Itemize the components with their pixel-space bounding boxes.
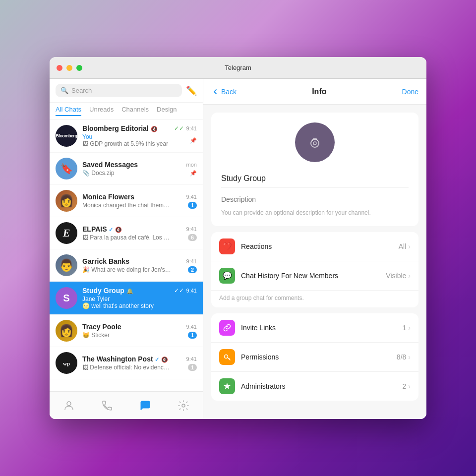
settings-item-administrators[interactable]: Administrators 2 ›	[211, 372, 418, 401]
group-avatar[interactable]	[295, 122, 335, 162]
administrators-icon	[219, 378, 235, 394]
read-check-bloomberg: ✓✓	[174, 125, 184, 132]
chat-sub-study: Jane Tyler	[82, 296, 154, 302]
chat-name-bloomberg: Bloomberg Editorial 🔇	[82, 124, 158, 132]
wapo-logo: wp	[59, 355, 74, 371]
chat-history-label: Chat History For New Members	[241, 272, 386, 280]
invite-links-value: 1	[403, 324, 407, 332]
back-chevron-icon	[211, 88, 219, 96]
search-input-wrap[interactable]: 🔍 Search	[56, 84, 182, 97]
chat-history-chevron-icon: ›	[408, 272, 411, 280]
chat-name-elpais: ELPAIS ✓ 🔇	[82, 225, 122, 233]
right-panel: Back Info Done	[203, 79, 426, 419]
compose-button[interactable]: ✏️	[186, 85, 197, 96]
settings-icon	[178, 400, 189, 412]
avatar-wapo: wp	[56, 352, 77, 374]
face-icon-garrick: 👨	[59, 258, 74, 272]
chat-list: Bloomberg Bloomberg Editorial 🔇 ✓✓ 9:41	[50, 119, 203, 391]
back-button[interactable]: Back	[211, 88, 237, 96]
search-input[interactable]: Search	[71, 87, 92, 94]
back-label: Back	[221, 88, 237, 96]
settings-item-permissions[interactable]: Permissions 8/8 ›	[211, 343, 418, 372]
permissions-label: Permissions	[241, 353, 397, 361]
chat-time-elpais: 9:41	[186, 226, 197, 232]
chat-time-garrick: 9:41	[186, 258, 197, 264]
permissions-chevron-icon: ›	[408, 353, 411, 361]
close-button[interactable]	[57, 65, 62, 71]
right-header: Back Info Done	[203, 79, 426, 105]
badge-elpais: 6	[188, 234, 197, 241]
chat-history-value: Visible	[386, 272, 406, 280]
profile-icon	[63, 400, 75, 412]
chat-info-wapo: The Washington Post ✓ 🔇 9:41 🖼 Defense o…	[82, 355, 197, 371]
chats-icon	[139, 400, 151, 412]
svg-point-5	[313, 142, 316, 145]
invite-links-label: Invite Links	[241, 324, 403, 332]
maximize-button[interactable]	[76, 65, 82, 71]
badge-monica: 1	[188, 202, 197, 209]
settings-item-chat-history[interactable]: 💬 Chat History For New Members Visible ›	[211, 261, 418, 291]
administrators-label: Administrators	[241, 382, 403, 390]
chat-info-saved: Saved Messages mon 📎 Docs.zip 📌	[82, 161, 197, 177]
svg-point-2	[67, 402, 71, 406]
tab-unreads[interactable]: Unreads	[89, 106, 114, 116]
chat-time-study: 9:41	[186, 288, 197, 294]
reactions-icon: ❤️	[219, 238, 235, 254]
nav-profile[interactable]	[63, 400, 75, 412]
avatar-monica: 👩	[56, 190, 77, 212]
chat-history-icon: 💬	[219, 268, 235, 284]
nav-chats[interactable]	[139, 400, 151, 412]
traffic-lights	[57, 65, 82, 71]
chat-item-garrick[interactable]: 👨 Garrick Banks 9:41 🎉 What are we doing…	[50, 249, 203, 282]
settings-item-reactions[interactable]: ❤️ Reactions All ›	[211, 232, 418, 261]
tab-design[interactable]: Design	[157, 106, 177, 116]
tab-channels[interactable]: Channels	[121, 106, 149, 116]
settings-section-manage: Invite Links 1 › Permissions	[211, 313, 418, 401]
star-icon	[223, 382, 232, 391]
chat-item-tracy[interactable]: 👩 Tracy Poole 9:41 😸 Sticker 1	[50, 315, 203, 347]
chat-item-elpais[interactable]: E ELPAIS ✓ 🔇 9:41 🖼 Para la pausa del ca…	[50, 217, 203, 249]
done-button[interactable]: Done	[402, 88, 418, 96]
pin-icon-bloomberg: 📌	[190, 137, 197, 144]
nav-settings[interactable]	[178, 400, 189, 412]
key-icon	[223, 353, 232, 361]
nav-calls[interactable]	[101, 400, 113, 412]
group-description-input[interactable]	[221, 191, 409, 207]
minimize-button[interactable]	[66, 65, 72, 71]
reactions-chevron-icon: ›	[408, 242, 411, 250]
administrators-value: 2	[403, 382, 407, 390]
reactions-value: All	[399, 242, 407, 250]
group-name-input[interactable]	[221, 170, 409, 187]
tab-all-chats[interactable]: All Chats	[56, 106, 81, 116]
chat-item-monica[interactable]: 👩 Monica Flowers 9:41 Monica changed the…	[50, 185, 203, 217]
chat-preview-tracy: 😸 Sticker	[82, 332, 110, 339]
chat-time-monica: 9:41	[186, 194, 197, 200]
chat-name-tracy: Tracy Poole	[82, 323, 121, 331]
avatar-saved: 🔖	[56, 158, 77, 179]
chat-item-saved[interactable]: 🔖 Saved Messages mon 📎 Docs.zip 📌	[50, 153, 203, 185]
chat-name-garrick: Garrick Banks	[82, 257, 129, 265]
search-bar: 🔍 Search ✏️	[50, 79, 203, 103]
permissions-value: 8/8	[397, 353, 406, 361]
chat-item-study[interactable]: S Study Group 🔔 ✓✓ 9:41 Jane Tyler	[50, 282, 203, 315]
chat-item-wapo[interactable]: wp The Washington Post ✓ 🔇 9:41 🖼 Defens…	[50, 347, 203, 379]
chat-info-garrick: Garrick Banks 9:41 🎉 What are we doing f…	[82, 257, 197, 273]
chat-item-bloomberg[interactable]: Bloomberg Bloomberg Editorial 🔇 ✓✓ 9:41	[50, 119, 203, 153]
chat-info-elpais: ELPAIS ✓ 🔇 9:41 🖼 Para la pausa del café…	[82, 225, 197, 241]
app-title: Telegram	[225, 64, 251, 71]
titlebar: Telegram	[50, 57, 426, 79]
chat-preview-study: 🌝 well that's another story	[82, 302, 154, 309]
settings-item-invite-links[interactable]: Invite Links 1 ›	[211, 313, 418, 343]
chat-time-saved: mon	[186, 162, 197, 168]
chat-preview-elpais: 🖼 Para la pausa del café. Los ciudadanos…	[82, 234, 172, 241]
chat-preview-monica: Monica changed the chat theme to 💜	[82, 202, 172, 209]
chat-preview-wapo: 🖼 Defense official: No evidence Russia d…	[82, 364, 172, 371]
main-content: 🔍 Search ✏️ All Chats Unreads Channels D…	[50, 79, 426, 419]
filter-tabs: All Chats Unreads Channels Design	[50, 103, 203, 119]
face-icon-tracy: 👩	[59, 324, 74, 338]
chat-time-wapo: 9:41	[186, 356, 197, 362]
badge-garrick: 2	[188, 266, 197, 273]
chat-info-tracy: Tracy Poole 9:41 😸 Sticker 1	[82, 323, 197, 339]
right-body: You can provide an optional description …	[203, 105, 426, 419]
pin-icon-saved: 📌	[190, 170, 197, 177]
